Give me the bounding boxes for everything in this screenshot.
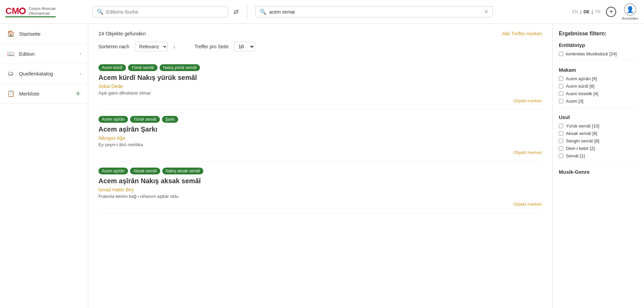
filter-option-label: Acem kürdî [8] xyxy=(566,84,594,89)
result-subtitle: Ey çeşm-i âhû mehlika xyxy=(98,142,542,147)
per-page-label: Treffer pro Seite xyxy=(195,44,228,49)
user-area[interactable]: 👤 Anmelden xyxy=(622,3,639,20)
filter-section-makam: Makam Acem aşîrân [9] Acem kürdî [8] Ace… xyxy=(559,67,638,107)
filter-option[interactable]: Semâî [1] xyxy=(559,153,638,158)
clear-search-icon[interactable]: ✕ xyxy=(484,8,489,15)
main-content: 24 Objekte gefunden Alle Treffer merken … xyxy=(88,24,552,308)
chevron-quellenkatalog-icon: › xyxy=(80,71,81,76)
results-header: 24 Objekte gefunden Alle Treffer merken xyxy=(98,31,542,36)
lang-sep2: | xyxy=(592,9,593,14)
filter-option[interactable]: Devr-i kebîr [2] xyxy=(559,146,638,151)
filter-checkbox[interactable] xyxy=(559,124,563,128)
logo-m: M xyxy=(12,6,19,16)
filter-option[interactable]: Acem büselik [4] xyxy=(559,91,638,96)
filter-option[interactable]: konkretes Musikstück [24] xyxy=(559,51,638,56)
filter-checkbox[interactable] xyxy=(559,91,563,96)
header: CM Corpus Musicae Ottomanicae 🔍 ⇄ 🔍 ✕ EN… xyxy=(0,0,644,24)
filter-option-label: Devr-i kebîr [2] xyxy=(566,146,595,151)
user-avatar: 👤 xyxy=(624,3,636,16)
filter-option[interactable]: Aksak semâî [8] xyxy=(559,131,638,136)
result-tags: Acem aşîrânYürük semâîŞarkı xyxy=(98,116,542,123)
result-author[interactable]: Zekai Dede xyxy=(98,84,542,89)
search-left-icon: 🔍 xyxy=(97,8,104,15)
quellenkatalog-icon: 🗂 xyxy=(7,70,15,77)
sidebar-item-quellenkatalog[interactable]: 🗂 Quellenkatalog › xyxy=(0,64,88,84)
filter-title: Ergebnisse filtern: xyxy=(559,31,638,37)
main-layout: 🏠 Startseite 📖 Edition › 🗂 Quellenkatalo… xyxy=(0,24,644,308)
add-button[interactable]: + xyxy=(606,7,616,17)
global-search-input[interactable] xyxy=(269,9,481,15)
global-search-box[interactable]: 🔍 ✕ xyxy=(255,6,493,17)
sidebar-item-startseite[interactable]: 🏠 Startseite xyxy=(0,24,88,44)
result-title[interactable]: Acem kürdî Nakış yürük semâî xyxy=(98,74,542,82)
logo-letters: CM xyxy=(5,6,26,15)
result-item: Acem kürdîYürük semâîNakış yürük semâî A… xyxy=(98,58,542,110)
logo-text-line1: Corpus Musicae xyxy=(29,6,55,11)
result-tags: Acem aşîrânAksak semâîNakış aksak semâî xyxy=(98,168,542,174)
result-author[interactable]: İsmail Hakkı Bey xyxy=(98,187,542,192)
filter-checkbox[interactable] xyxy=(559,76,563,81)
result-subtitle: Frakınla benim bağ-ı nihanım aşlkâr oldu xyxy=(98,194,542,199)
editions-search-box[interactable]: 🔍 xyxy=(92,6,228,17)
sidebar-item-edition[interactable]: 📖 Edition › xyxy=(0,44,88,64)
chevron-edition-icon: › xyxy=(80,51,81,56)
edition-icon: 📖 xyxy=(7,50,15,57)
result-author[interactable]: Nikogos Ağa xyxy=(98,135,542,141)
result-item: Acem aşîrânAksak semâîNakış aksak semâî … xyxy=(98,161,542,213)
filter-section-entitaetstyp: Entitätstyp konkretes Musikstück [24] xyxy=(559,42,638,60)
logo-underline xyxy=(5,16,56,17)
filter-option[interactable]: Sengîn semâî [8] xyxy=(559,138,638,143)
result-tag: Yürük semâî xyxy=(130,116,160,123)
logo-text-line2: Ottomanicae xyxy=(29,11,55,16)
sort-direction-icon[interactable]: ↓ xyxy=(173,44,176,49)
result-mark-link[interactable]: Objekt merken xyxy=(98,150,542,155)
filter-sections: Entitätstyp konkretes Musikstück [24] Ma… xyxy=(559,42,638,175)
filter-section-title-usul: Usul xyxy=(559,114,638,120)
result-title[interactable]: Acem aşîrân Nakış aksak semâî xyxy=(98,177,542,185)
lang-sep1: | xyxy=(580,9,581,14)
filter-option-label: Acem büselik [4] xyxy=(566,91,598,96)
mark-all-link[interactable]: Alle Treffer merken xyxy=(502,31,542,36)
filter-option[interactable]: Acem kürdî [8] xyxy=(559,84,638,89)
filter-checkbox[interactable] xyxy=(559,146,563,151)
result-tag: Acem aşîrân xyxy=(98,168,128,174)
sidebar-label-quellenkatalog: Quellenkatalog xyxy=(19,71,53,76)
lang-en[interactable]: EN xyxy=(572,9,578,14)
result-item: Acem aşîrânYürük semâîŞarkı Acem aşîrân … xyxy=(98,110,542,161)
filter-section-title-entitaetstyp: Entitätstyp xyxy=(559,42,638,48)
filter-option[interactable]: Acem aşîrân [9] xyxy=(559,76,638,81)
filter-option[interactable]: Yürük semâî [10] xyxy=(559,123,638,129)
result-tag: Yürük semâî xyxy=(128,64,158,71)
result-mark-link[interactable]: Objekt merken xyxy=(98,202,542,207)
logo-area: CM Corpus Musicae Ottomanicae xyxy=(5,6,87,18)
result-mark-link[interactable]: Objekt merken xyxy=(98,98,542,103)
user-label: Anmelden xyxy=(622,16,639,20)
filter-checkbox[interactable] xyxy=(559,131,563,136)
filter-checkbox[interactable] xyxy=(559,84,563,88)
result-subtitle: Aşık gamı dilrubasiz olmaz xyxy=(98,90,542,96)
results-list: Acem kürdîYürük semâîNakış yürük semâî A… xyxy=(98,58,542,213)
result-tag: Nakış aksak semâî xyxy=(162,168,203,174)
filter-option-label: Semâî [1] xyxy=(566,153,585,158)
result-tag: Aksak semâî xyxy=(130,168,160,174)
editions-search-input[interactable] xyxy=(106,9,224,15)
lang-tr[interactable]: TR xyxy=(595,9,601,14)
filter-option-label: Acem [3] xyxy=(566,99,583,104)
language-switcher: EN | DE | TR xyxy=(572,9,601,14)
filter-checkbox[interactable] xyxy=(559,99,563,103)
filter-checkbox[interactable] xyxy=(559,139,563,143)
sort-row: Sortieren nach Relevanz Titel Autor Datu… xyxy=(98,42,542,51)
lang-de[interactable]: DE xyxy=(584,9,590,14)
filter-checkbox[interactable] xyxy=(559,154,563,158)
swap-icon[interactable]: ⇄ xyxy=(234,8,239,16)
per-page-select[interactable]: 10 25 50 100 xyxy=(234,42,255,51)
filter-checkbox[interactable] xyxy=(559,52,563,56)
result-tag: Şarkı xyxy=(162,116,178,123)
merkliste-icon: 📋 xyxy=(7,90,15,97)
sidebar-item-merkliste[interactable]: 📋 Merkliste 0 xyxy=(0,84,88,104)
result-title[interactable]: Acem aşîrân Şarkı xyxy=(98,125,542,133)
filter-section-musik-genre: Musik-Genre xyxy=(559,169,638,175)
sort-select[interactable]: Relevanz Titel Autor Datum xyxy=(135,42,168,51)
result-tags: Acem kürdîYürük semâîNakış yürük semâî xyxy=(98,64,542,71)
filter-option[interactable]: Acem [3] xyxy=(559,99,638,104)
